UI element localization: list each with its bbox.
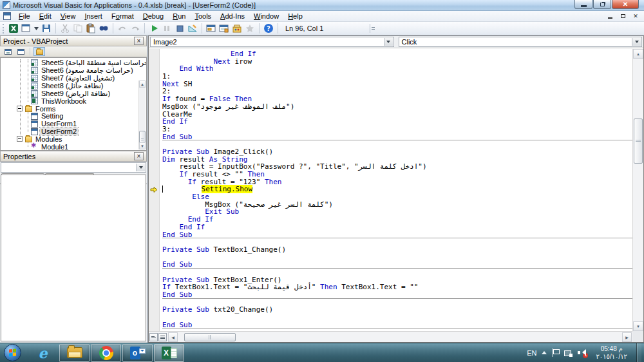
project-tree[interactable]: Sheet5 (حراسات امنية منطقة الباحة)Sheet6… [0,57,147,151]
properties-close-icon[interactable]: × [134,152,144,160]
show-hidden-icons[interactable] [542,348,547,354]
code-editor[interactable]: End If Next irow End With1:Next SH2:If f… [149,49,632,331]
redo-icon[interactable] [129,23,141,34]
tree-item-sheet7[interactable]: Sheet7 (تشغيل التعاونية) [1,75,138,82]
procedure-view-button[interactable] [149,333,158,341]
code-line[interactable]: End Sub [162,261,632,269]
mdi-minimize-button[interactable] [605,12,614,20]
cut-icon[interactable] [59,23,71,34]
toolbar-overflow-icon[interactable] [370,24,375,33]
project-tree-scrollbar[interactable]: ▲ ▼ [138,81,146,149]
object-browser-icon[interactable] [231,23,243,34]
vba-app-icon[interactable] [3,1,10,9]
scroll-thumb[interactable] [634,119,643,164]
code-line[interactable]: 1: [162,73,632,81]
tree-item-modules[interactable]: Modules [1,135,138,143]
insert-userform-icon[interactable] [21,23,32,34]
menu-debug[interactable]: Debug [138,12,168,21]
code-line[interactable]: End If [162,118,632,126]
scroll-down-icon[interactable]: ▼ [633,321,643,331]
chevron-down-icon[interactable] [136,164,145,171]
tree-item-userform2[interactable]: UserForm2 [1,128,138,135]
menu-file[interactable]: File [14,12,35,21]
menu-run[interactable]: Run [168,12,190,21]
tree-item-label[interactable]: ThisWorkbook [40,97,88,105]
tree-item-label[interactable]: UserForm2 [40,128,78,135]
tree-item-sheet5[interactable]: Sheet5 (حراسات امنية منطقة الباحة) [1,59,138,67]
procedure-dropdown[interactable]: Click [399,37,643,47]
properties-object-combo[interactable] [1,162,146,173]
reset-icon[interactable] [174,23,185,34]
code-line[interactable]: Exit Sub [162,208,632,216]
code-line[interactable]: Private Sub txt20_Change() [162,306,632,314]
menu-help[interactable]: Help [283,12,307,21]
project-title-bar[interactable]: Project - VBAProject × [0,35,147,46]
code-line[interactable]: Next irow [162,58,632,66]
code-vertical-scrollbar[interactable]: ▲ ▼ [632,49,643,331]
project-explorer-icon[interactable] [205,23,217,34]
code-line[interactable]: End Sub [162,133,632,141]
tree-item-label[interactable]: Module1 [40,143,70,151]
insert-dropdown-icon[interactable] [33,23,39,34]
code-line[interactable]: 3: [162,126,632,133]
code-horizontal-scrollbar[interactable]: ◀ ▶ [149,331,632,342]
collapse-icon[interactable] [17,136,23,142]
tree-item-label[interactable]: Modules [34,135,64,143]
code-line[interactable]: If TextBox1.Text = "أدخل قيمة للبحث" The… [162,283,632,291]
menu-edit[interactable]: Edit [35,12,56,21]
taskbar-file-explorer[interactable] [59,344,90,362]
scroll-up-icon[interactable]: ▲ [633,49,643,59]
save-icon[interactable] [41,23,52,34]
view-code-button[interactable] [2,47,14,56]
help-icon[interactable]: ? [263,23,274,34]
scroll-left-icon[interactable]: ◀ [168,332,178,342]
show-desktop-button[interactable] [636,343,641,362]
tree-item-setting[interactable]: Setting [1,113,138,120]
tree-item-label[interactable]: Forms [34,105,57,113]
design-mode-icon[interactable] [187,23,198,34]
tree-item-sheet8[interactable]: Sheet8 (نظافة حائل) [1,82,138,90]
tree-item-thisworkbook[interactable]: ThisWorkbook [1,97,138,105]
scroll-down-icon[interactable]: ▼ [139,142,146,149]
code-line[interactable] [162,314,632,321]
menu-window[interactable]: Window [249,12,283,21]
mdi-close-button[interactable]: ✕ [631,12,640,20]
tree-item-label[interactable]: Sheet9 (نظافة الرياض) [40,90,111,98]
toolbox-icon[interactable] [244,23,256,34]
code-line[interactable]: MsgBox ("ملف الموظف غير موجود") [162,103,632,111]
scroll-thumb[interactable] [184,333,236,341]
full-module-view-button[interactable] [158,333,167,341]
project-close-icon[interactable]: × [134,37,144,45]
tree-item-userform1[interactable]: UserForm1 [1,120,138,128]
code-line[interactable]: End Sub [162,231,632,239]
properties-list[interactable] [1,175,146,341]
menu-tools[interactable]: Tools [190,12,216,21]
chevron-down-icon[interactable] [384,38,393,46]
start-button[interactable] [4,344,21,361]
properties-window-icon[interactable] [218,23,230,34]
language-indicator[interactable]: EN [527,349,536,357]
code-line[interactable]: Private Sub TextBox1_Change() [162,246,632,254]
code-line[interactable] [162,254,632,262]
volume-muted-icon[interactable]: × [578,348,587,357]
code-line[interactable]: Setting.Show [162,186,632,193]
copy-icon[interactable] [72,23,84,34]
undo-icon[interactable] [117,23,128,34]
tree-item-module1[interactable]: Module1 [1,143,138,151]
code-line[interactable]: End With [162,65,632,73]
code-lines[interactable]: End If Next irow End With1:Next SH2:If f… [160,49,632,331]
code-line[interactable]: ClearMe [162,111,632,119]
properties-title-bar[interactable]: Properties × [0,151,147,162]
menu-format[interactable]: Format [107,12,138,21]
restore-button[interactable] [593,0,611,9]
network-icon[interactable] [564,349,573,357]
margin-indicator-bar[interactable] [149,49,160,331]
find-icon[interactable] [98,23,109,34]
code-line[interactable]: End If [162,224,632,231]
toggle-folders-button[interactable] [33,47,45,56]
menu-insert[interactable]: Insert [80,12,107,21]
tree-item-label[interactable]: UserForm1 [40,120,78,128]
code-line[interactable]: Next SH [162,81,632,88]
run-icon[interactable] [148,23,160,34]
code-line[interactable]: End Sub [162,291,632,299]
